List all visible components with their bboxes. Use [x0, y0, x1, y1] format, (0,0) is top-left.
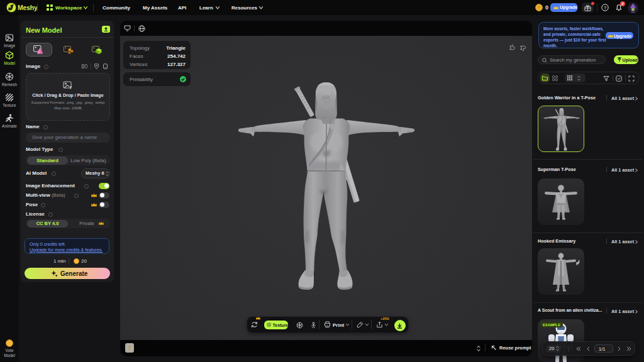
- svg-text:?: ?: [604, 5, 606, 11]
